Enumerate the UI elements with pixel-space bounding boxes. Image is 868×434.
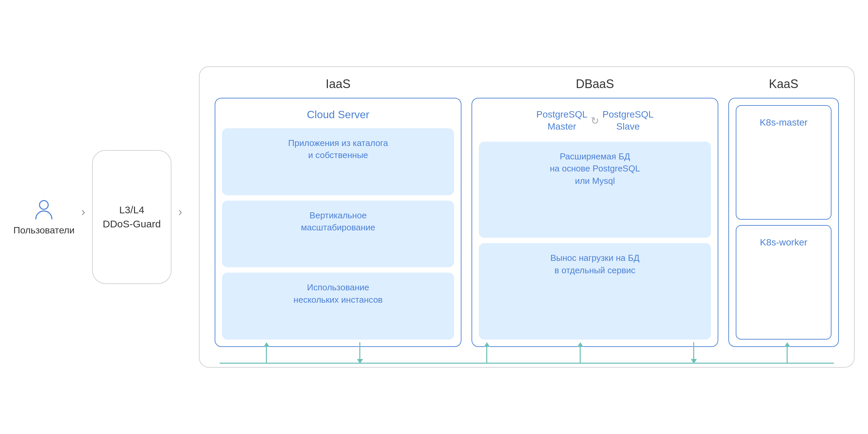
arrow-2: ›	[172, 205, 189, 219]
arrow-1: ›	[75, 205, 92, 219]
main-container: IaaS Cloud Server Приложения из каталога…	[199, 66, 855, 368]
dbaas-top: PostgreSQLMaster ↻ PostgreSQLSlave	[479, 105, 711, 136]
iaas-card-0: Приложения из каталогаи собственные	[222, 128, 454, 195]
svg-point-0	[39, 200, 48, 209]
users-label: Пользователи	[13, 225, 75, 236]
pg-slave: PostgreSQLSlave	[602, 108, 654, 133]
arr-kaas-up1	[784, 342, 790, 364]
iaas-card-1: Вертикальноемасштабирование	[222, 200, 454, 268]
pg-master: PostgreSQLMaster	[536, 108, 588, 133]
arr-iaas-down1	[357, 342, 363, 364]
ddos-box: L3/L4DDoS-Guard	[92, 150, 172, 284]
sections-row: IaaS Cloud Server Приложения из каталога…	[210, 77, 844, 347]
kaas-card-1: K8s-worker	[736, 225, 832, 340]
kaas-inner-box: K8s-master K8s-worker	[728, 98, 839, 347]
arr-iaas-up1	[264, 342, 270, 364]
dbaas-card-1: Вынос нагрузки на БДв отдельный сервис	[479, 243, 711, 340]
bottom-line	[220, 363, 834, 364]
kaas-card-0: K8s-master	[736, 105, 832, 220]
dbaas-inner-box: PostgreSQLMaster ↻ PostgreSQLSlave Расши…	[471, 98, 718, 347]
cloud-server-title: Cloud Server	[222, 105, 454, 123]
iaas-inner-box: Cloud Server Приложения из каталогаи соб…	[215, 98, 461, 347]
dbaas-header: DBaaS	[471, 77, 718, 91]
kaas-header: KaaS	[728, 77, 839, 91]
dbaas-section: DBaaS PostgreSQLMaster ↻ PostgreSQLSlave…	[466, 77, 723, 347]
arr-kaas-down1	[691, 342, 697, 364]
sync-icon: ↻	[591, 115, 599, 127]
users-section: Пользователи	[13, 198, 75, 236]
iaas-card-2: Использованиенескольких инстансов	[222, 273, 454, 340]
ddos-label: L3/L4DDoS-Guard	[103, 203, 161, 231]
iaas-header: IaaS	[215, 77, 461, 91]
iaas-section: IaaS Cloud Server Приложения из каталога…	[210, 77, 466, 347]
dbaas-card-0: Расширяемая БДна основе PostgreSQLили My…	[479, 142, 711, 238]
arr-dbaas-up1	[484, 342, 490, 364]
kaas-section: KaaS K8s-master K8s-worker	[723, 77, 844, 347]
diagram: Пользователи › L3/L4DDoS-Guard › IaaS Cl…	[0, 0, 868, 434]
arr-dbaas-up2	[577, 342, 583, 364]
user-icon	[34, 198, 54, 222]
